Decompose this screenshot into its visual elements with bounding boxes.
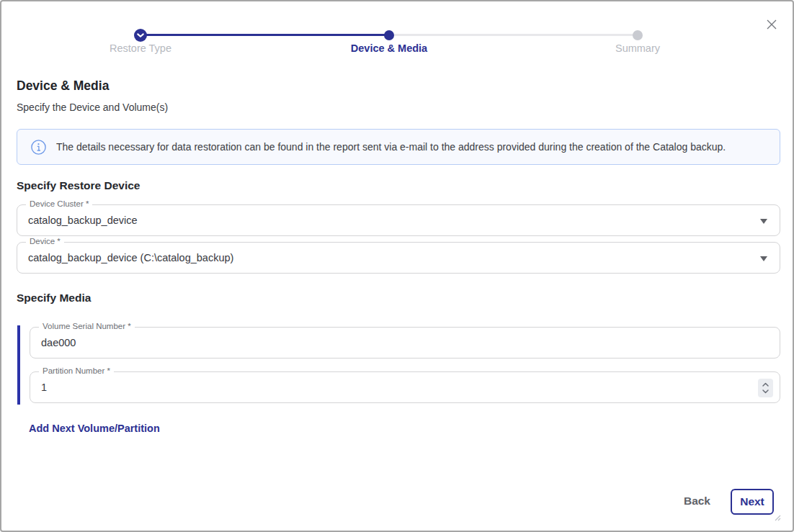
media-group-accent-bar: [17, 325, 20, 405]
step-label-restore-type[interactable]: Restore Type: [110, 42, 171, 54]
restore-device-section-title: Specify Restore Device: [17, 179, 140, 192]
info-banner-text: The details necessary for data restorati…: [56, 141, 726, 153]
media-section-title: Specify Media: [17, 292, 91, 305]
page-title: Device & Media: [17, 78, 109, 94]
step-summary-indicator[interactable]: [633, 30, 643, 40]
chevron-up-icon: [762, 382, 770, 387]
info-icon: [31, 140, 46, 155]
chevron-down-icon: [762, 389, 770, 395]
info-banner: The details necessary for data restorati…: [17, 129, 780, 165]
device-cluster-select[interactable]: Device Cluster * catalog_backup_device: [17, 204, 780, 236]
chevron-down-icon[interactable]: [760, 219, 767, 224]
add-next-volume-partition-link[interactable]: Add Next Volume/Partition: [29, 423, 160, 434]
chevron-down-icon[interactable]: [760, 256, 767, 261]
device-cluster-value: catalog_backup_device: [17, 205, 780, 235]
restore-wizard-dialog: { "stepper": { "steps": [ { "label": "Re…: [0, 0, 794, 532]
device-value: catalog_backup_device (C:\catalog_backup…: [17, 243, 780, 273]
back-button[interactable]: Back: [684, 495, 710, 508]
page-subtitle: Specify the Device and Volume(s): [17, 102, 168, 113]
number-stepper[interactable]: [758, 379, 773, 397]
step-restore-type-indicator[interactable]: [134, 29, 147, 42]
step-label-summary[interactable]: Summary: [615, 42, 660, 54]
step-label-device-media[interactable]: Device & Media: [351, 42, 427, 54]
resize-grip-icon[interactable]: [775, 511, 781, 524]
partition-number-input[interactable]: [30, 372, 780, 402]
device-select[interactable]: Device * catalog_backup_device (C:\catal…: [17, 242, 780, 274]
partition-number-field: Partition Number *: [30, 371, 780, 403]
check-circle-icon: [134, 29, 147, 42]
volume-serial-label: Volume Serial Number *: [39, 322, 135, 330]
device-label: Device *: [26, 237, 64, 245]
device-cluster-label: Device Cluster *: [26, 199, 92, 208]
wizard-stepper: Restore Type Device & Media Summary: [1, 1, 794, 59]
active-step-dot-icon: [384, 30, 394, 40]
volume-serial-input[interactable]: [30, 328, 780, 358]
stepper-connector-completed: [140, 34, 389, 36]
step-device-media-indicator[interactable]: [384, 30, 394, 40]
partition-number-label: Partition Number *: [39, 366, 114, 375]
next-button[interactable]: Next: [731, 489, 774, 515]
stepper-connector-upcoming: [389, 34, 638, 36]
upcoming-step-dot-icon: [633, 30, 643, 40]
volume-serial-field: Volume Serial Number *: [30, 327, 780, 359]
